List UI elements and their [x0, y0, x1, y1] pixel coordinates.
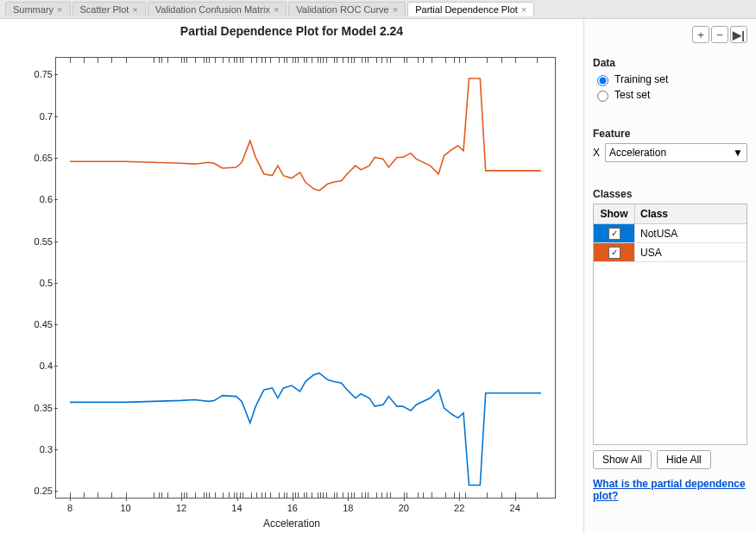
radio-label: Test set [614, 89, 650, 101]
y-tick: 0.65 [20, 153, 53, 163]
axes[interactable]: 0.250.30.350.40.450.50.550.60.650.70.758… [55, 57, 556, 499]
help-link[interactable]: What is the partial dependence plot? [593, 478, 747, 502]
x-tick: 12 [176, 503, 186, 513]
x-tick: 14 [231, 503, 242, 513]
tab-label: Scatter Plot [80, 4, 129, 15]
tab-partial-dependence-plot[interactable]: Partial Dependence Plot × [407, 2, 534, 16]
classes-table: Show Class ✓NotUSA✓USA [593, 204, 747, 445]
close-icon[interactable]: × [132, 4, 137, 15]
radio-test-input[interactable] [597, 91, 608, 102]
radio-test-set[interactable]: Test set [593, 88, 747, 102]
y-tick: 0.75 [20, 69, 53, 79]
class-row[interactable]: ✓USA [594, 243, 747, 262]
x-tick: 24 [510, 503, 520, 513]
show-all-button[interactable]: Show All [593, 450, 652, 469]
close-icon[interactable]: × [393, 4, 398, 15]
y-tick: 0.35 [20, 403, 53, 413]
radio-label: Training set [614, 73, 668, 85]
checkbox[interactable]: ✓ [608, 228, 621, 240]
plot-title: Partial Dependence Plot for Model 2.24 [0, 24, 583, 38]
tab-validation-confusion-matrix[interactable]: Validation Confusion Matrix × [148, 2, 287, 16]
y-tick: 0.25 [20, 486, 53, 496]
series-line-usa [70, 78, 541, 191]
x-tick: 10 [120, 503, 130, 513]
feature-value: Acceleration [609, 147, 666, 159]
hide-all-button[interactable]: Hide All [657, 450, 711, 469]
y-tick: 0.7 [20, 111, 53, 122]
checkbox[interactable]: ✓ [608, 247, 621, 259]
zoom-in-button[interactable]: + [692, 26, 709, 43]
tab-label: Summary [13, 4, 54, 15]
y-tick: 0.3 [20, 444, 53, 455]
y-tick: 0.55 [20, 236, 53, 247]
tab-label: Validation Confusion Matrix [155, 4, 270, 15]
x-tick: 18 [343, 503, 353, 513]
next-button[interactable]: ▶| [730, 26, 747, 43]
close-icon[interactable]: × [521, 4, 526, 15]
y-tick: 0.5 [20, 278, 53, 288]
series-line-notusa [70, 373, 541, 486]
feature-section-title: Feature [593, 128, 747, 140]
class-show-cell[interactable]: ✓ [594, 243, 635, 261]
y-tick: 0.6 [20, 194, 53, 204]
x-axis-label: Acceleration [263, 517, 320, 530]
chart-lines [56, 58, 555, 498]
side-panel: + − ▶| Data Training set Test set Featur… [583, 19, 756, 533]
x-tick: 22 [454, 503, 464, 513]
classes-section-title: Classes [593, 188, 747, 200]
x-tick: 20 [399, 503, 409, 513]
tab-label: Validation ROC Curve [296, 4, 388, 15]
close-icon[interactable]: × [57, 4, 62, 15]
data-section-title: Data [593, 57, 747, 69]
col-class-header: Class [635, 204, 747, 223]
radio-training-input[interactable] [597, 75, 608, 86]
radio-training-set[interactable]: Training set [593, 72, 747, 86]
class-show-cell[interactable]: ✓ [594, 224, 635, 242]
tab-scatter-plot[interactable]: Scatter Plot × [72, 2, 146, 16]
x-tick: 8 [67, 503, 72, 513]
tab-summary[interactable]: Summary × [5, 2, 71, 16]
class-label: USA [635, 243, 747, 261]
col-show-header: Show [594, 204, 635, 223]
chevron-down-icon: ▼ [733, 147, 743, 159]
close-icon[interactable]: × [274, 4, 279, 15]
tab-bar: Summary × Scatter Plot × Validation Conf… [0, 0, 756, 19]
tab-validation-roc-curve[interactable]: Validation ROC Curve × [288, 2, 406, 16]
feature-axis-label: X [593, 147, 600, 159]
tab-label: Partial Dependence Plot [415, 4, 518, 15]
class-label: NotUSA [635, 224, 747, 242]
x-tick: 16 [287, 503, 298, 513]
zoom-out-button[interactable]: − [711, 26, 728, 43]
y-tick: 0.4 [20, 361, 53, 371]
y-tick: 0.45 [20, 319, 53, 329]
feature-select[interactable]: Acceleration ▼ [605, 143, 747, 162]
plot-area: Partial Dependence Plot for Model 2.24 P… [0, 19, 583, 533]
class-row[interactable]: ✓NotUSA [594, 224, 747, 243]
